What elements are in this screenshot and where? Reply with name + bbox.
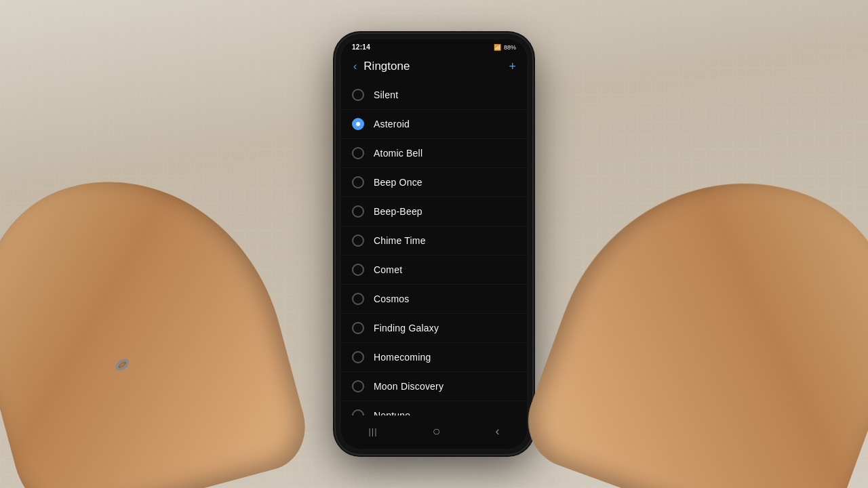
ringtone-name-asteroid: Asteroid [374, 119, 410, 129]
ringtone-name-comet: Comet [374, 264, 402, 275]
add-button[interactable]: + [509, 60, 516, 74]
ringtone-item-beep-once[interactable]: Beep Once [341, 168, 527, 197]
wifi-icon: 📶 [494, 44, 501, 51]
phone-container: 12:14 📶 88% ‹ Ringtone + SilentAsteroidA… [336, 34, 532, 454]
ringtone-item-atomic-bell[interactable]: Atomic Bell [341, 139, 527, 168]
left-hand [0, 144, 315, 488]
back-button[interactable]: ‹ [352, 59, 358, 74]
ringtone-item-moon-discovery[interactable]: Moon Discovery [341, 372, 527, 401]
ringtone-name-neptune: Neptune [374, 410, 410, 415]
nav-bar: ||| ○ ‹ [341, 415, 527, 449]
ringtone-list[interactable]: SilentAsteroidAtomic BellBeep OnceBeep-B… [341, 81, 527, 415]
ring [113, 357, 131, 373]
ringtone-item-beep-beep[interactable]: Beep-Beep [341, 197, 527, 226]
radio-cosmos [352, 293, 364, 305]
page-title: Ringtone [363, 60, 509, 73]
radio-beep-once [352, 176, 364, 188]
battery-icon: 88% [504, 44, 516, 51]
radio-beep-beep [352, 205, 364, 218]
ringtone-name-cosmos: Cosmos [374, 293, 410, 304]
status-bar: 12:14 📶 88% [341, 39, 527, 54]
ringtone-item-chime-time[interactable]: Chime Time [341, 226, 527, 256]
ringtone-name-beep-beep: Beep-Beep [374, 206, 422, 217]
ringtone-name-atomic-bell: Atomic Bell [374, 148, 422, 159]
radio-inner-asteroid [356, 122, 360, 126]
ringtone-item-homecoming[interactable]: Homecoming [341, 343, 527, 372]
home-icon[interactable]: ○ [419, 421, 454, 442]
recent-apps-icon[interactable]: ||| [355, 424, 391, 439]
right-hand [515, 131, 868, 488]
ringtone-name-finding-galaxy: Finding Galaxy [374, 323, 439, 333]
status-time: 12:14 [352, 43, 370, 51]
radio-finding-galaxy [352, 322, 364, 334]
radio-atomic-bell [352, 147, 364, 159]
ringtone-item-comet[interactable]: Comet [341, 256, 527, 285]
ringtone-name-homecoming: Homecoming [374, 352, 431, 363]
radio-silent [352, 89, 364, 101]
ringtone-item-finding-galaxy[interactable]: Finding Galaxy [341, 314, 527, 343]
ringtone-item-asteroid[interactable]: Asteroid [341, 110, 527, 139]
ringtone-name-moon-discovery: Moon Discovery [374, 381, 443, 392]
ringtone-item-silent[interactable]: Silent [341, 81, 527, 110]
radio-comet [352, 264, 364, 276]
back-nav-icon[interactable]: ‹ [482, 422, 513, 441]
radio-moon-discovery [352, 380, 364, 392]
status-icons: 📶 88% [494, 44, 516, 51]
ringtone-item-cosmos[interactable]: Cosmos [341, 285, 527, 314]
ringtone-name-silent: Silent [374, 89, 398, 100]
radio-asteroid [352, 118, 364, 130]
ringtone-name-chime-time: Chime Time [374, 235, 426, 246]
radio-chime-time [352, 235, 364, 247]
top-bar: ‹ Ringtone + [341, 54, 527, 81]
radio-neptune [352, 409, 364, 415]
ringtone-item-neptune[interactable]: Neptune [341, 401, 527, 415]
radio-homecoming [352, 351, 364, 363]
phone-screen: 12:14 📶 88% ‹ Ringtone + SilentAsteroidA… [341, 39, 527, 449]
ringtone-name-beep-once: Beep Once [374, 177, 422, 188]
